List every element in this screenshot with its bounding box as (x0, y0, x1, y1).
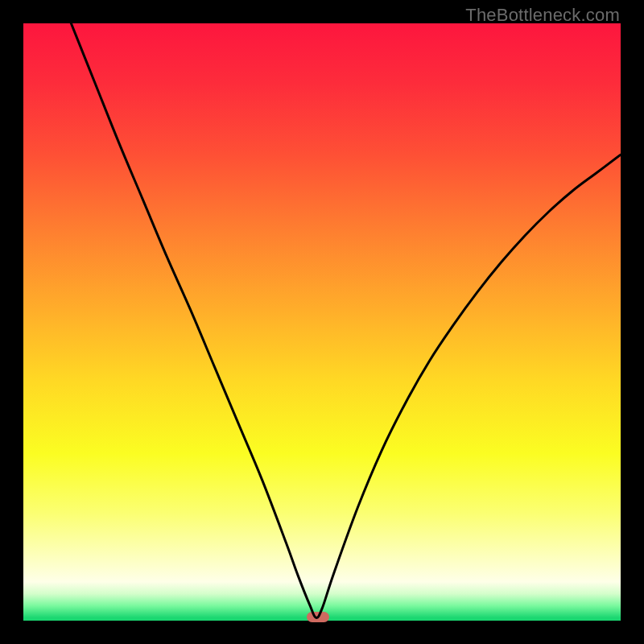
chart-frame (23, 23, 621, 621)
optimal-marker (307, 612, 329, 622)
svg-rect-0 (23, 23, 621, 621)
gradient-background (23, 23, 621, 621)
watermark-text: TheBottleneck.com (465, 5, 620, 26)
